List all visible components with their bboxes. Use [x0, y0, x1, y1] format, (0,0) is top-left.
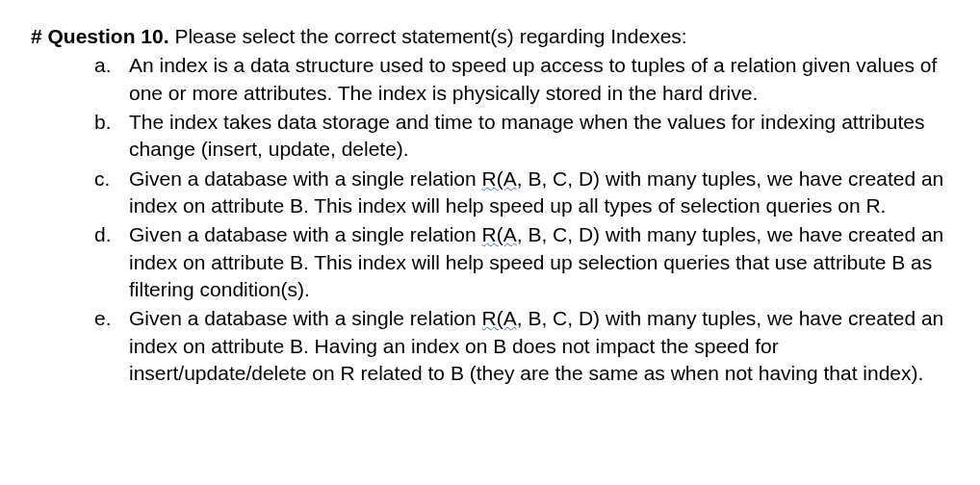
question-header: # Question 10. Please select the correct…	[31, 23, 949, 50]
option-letter: e.	[94, 305, 121, 332]
option-letter: c.	[94, 166, 121, 192]
option-text-before: Given a database with a single relation	[129, 167, 482, 190]
relation-text: R(A	[482, 167, 517, 190]
option-letter: b.	[94, 109, 121, 136]
option-b: b. The index takes data storage and time…	[100, 109, 949, 164]
option-a: a. An index is a data structure used to …	[100, 52, 949, 107]
option-text-before: Given a database with a single relation	[129, 307, 482, 329]
relation-text: R(A	[482, 223, 517, 245]
option-letter: a.	[94, 52, 121, 79]
options-list: a. An index is a data structure used to …	[31, 52, 949, 387]
option-d: d. Given a database with a single relati…	[100, 221, 949, 303]
option-text: The index takes data storage and time to…	[129, 111, 925, 160]
option-e: e. Given a database with a single relati…	[100, 305, 949, 387]
question-number: # Question 10.	[31, 25, 169, 47]
option-c: c. Given a database with a single relati…	[100, 166, 949, 220]
relation-text: R(A	[482, 307, 517, 329]
question-prompt: Please select the correct statement(s) r…	[169, 25, 687, 47]
option-text-before: Given a database with a single relation	[129, 223, 482, 245]
option-letter: d.	[94, 221, 121, 248]
option-text: An index is a data structure used to spe…	[129, 54, 937, 103]
